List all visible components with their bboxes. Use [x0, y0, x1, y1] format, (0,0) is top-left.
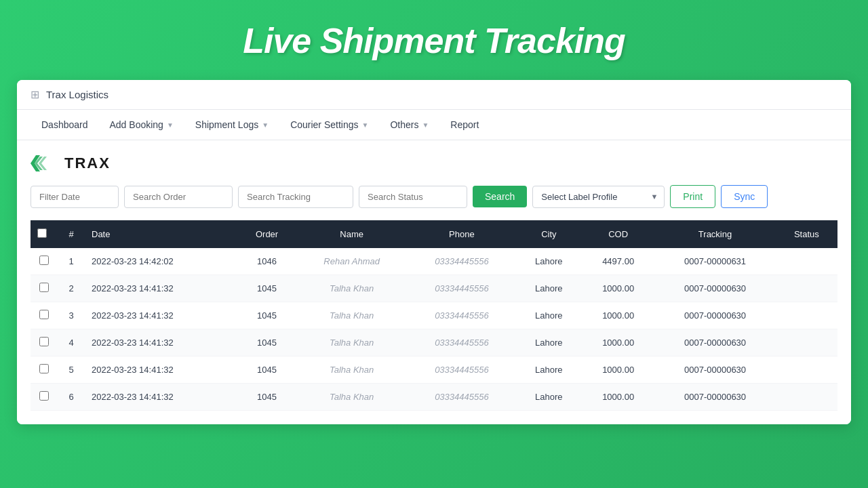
row-phone: 03334445556: [408, 248, 516, 275]
app-container: ⊞ Trax Logistics Dashboard Add Booking ▼…: [17, 80, 851, 424]
logo-name: TRAX: [64, 155, 111, 172]
table-row: 3 2022-03-23 14:41:32 1045 Talha Khan 03…: [31, 302, 837, 329]
others-dropdown-arrow: ▼: [422, 121, 429, 129]
row-checkbox-cell: [31, 275, 58, 302]
header-date: Date: [85, 220, 238, 248]
table-row: 5 2022-03-23 14:41:32 1045 Talha Khan 03…: [31, 357, 837, 384]
row-checkbox[interactable]: [39, 310, 49, 319]
row-status: [776, 384, 837, 411]
row-city: Lahore: [516, 248, 582, 275]
search-order-input[interactable]: [124, 186, 233, 208]
row-date: 2022-03-23 14:41:32: [85, 275, 238, 302]
row-phone: 03334445556: [408, 302, 516, 329]
row-phone: 03334445556: [408, 357, 516, 384]
trax-logo-icon: [31, 154, 59, 173]
row-checkbox[interactable]: [39, 283, 49, 292]
row-tracking: 0007-00000630: [654, 302, 775, 329]
row-name: Talha Khan: [296, 329, 408, 357]
grid-icon: ⊞: [31, 88, 39, 101]
nav-report[interactable]: Report: [439, 110, 490, 140]
table-row: 6 2022-03-23 14:41:32 1045 Talha Khan 03…: [31, 384, 837, 411]
row-date: 2022-03-23 14:41:32: [85, 329, 238, 357]
row-order: 1045: [238, 302, 296, 329]
print-button[interactable]: Print: [670, 185, 715, 208]
row-phone: 03334445556: [408, 329, 516, 357]
add-booking-dropdown-arrow: ▼: [167, 121, 174, 129]
filter-date-input[interactable]: [31, 186, 119, 208]
app-title: Trax Logistics: [46, 89, 108, 100]
page-hero-title: Live Shipment Tracking: [243, 0, 625, 80]
row-status: [776, 302, 837, 329]
header-phone: Phone: [408, 220, 516, 248]
row-order: 1045: [238, 275, 296, 302]
row-num: 6: [58, 384, 85, 411]
table-row: 2 2022-03-23 14:41:32 1045 Talha Khan 03…: [31, 275, 837, 302]
row-city: Lahore: [516, 384, 582, 411]
row-date: 2022-03-23 14:42:02: [85, 248, 238, 275]
row-cod: 1000.00: [582, 329, 655, 357]
row-name: Talha Khan: [296, 302, 408, 329]
sync-button[interactable]: Sync: [721, 185, 768, 208]
row-date: 2022-03-23 14:41:32: [85, 302, 238, 329]
header-tracking: Tracking: [654, 220, 775, 248]
header-name: Name: [296, 220, 408, 248]
row-num: 4: [58, 329, 85, 357]
row-status: [776, 329, 837, 357]
logo: TRAX: [31, 154, 837, 173]
row-checkbox[interactable]: [39, 391, 49, 401]
row-name: Talha Khan: [296, 275, 408, 302]
row-phone: 03334445556: [408, 275, 516, 302]
select-all-checkbox[interactable]: [37, 228, 47, 238]
row-tracking: 0007-00000630: [654, 384, 775, 411]
row-num: 3: [58, 302, 85, 329]
row-checkbox[interactable]: [39, 364, 49, 373]
header-cod: COD: [582, 220, 655, 248]
search-tracking-input[interactable]: [238, 186, 353, 208]
nav-bar: Dashboard Add Booking ▼ Shipment Logs ▼ …: [17, 110, 851, 140]
row-phone: 03334445556: [408, 384, 516, 411]
row-date: 2022-03-23 14:41:32: [85, 357, 238, 384]
row-checkbox[interactable]: [39, 256, 49, 265]
filters-row: Search Select Label Profile ▼ Print Sync: [31, 185, 837, 208]
nav-others[interactable]: Others ▼: [379, 110, 439, 140]
nav-courier-settings[interactable]: Courier Settings ▼: [279, 110, 379, 140]
row-order: 1045: [238, 357, 296, 384]
row-checkbox-cell: [31, 302, 58, 329]
table-row: 1 2022-03-23 14:42:02 1046 Rehan Ahmad 0…: [31, 248, 837, 275]
row-tracking: 0007-00000630: [654, 329, 775, 357]
search-button[interactable]: Search: [473, 186, 527, 207]
row-order: 1046: [238, 248, 296, 275]
row-cod: 1000.00: [582, 384, 655, 411]
nav-dashboard[interactable]: Dashboard: [31, 110, 99, 140]
row-cod: 4497.00: [582, 248, 655, 275]
row-name: Talha Khan: [296, 384, 408, 411]
row-checkbox-cell: [31, 248, 58, 275]
row-cod: 1000.00: [582, 275, 655, 302]
row-tracking: 0007-00000631: [654, 248, 775, 275]
row-city: Lahore: [516, 302, 582, 329]
header-status: Status: [776, 220, 837, 248]
row-checkbox[interactable]: [39, 337, 49, 346]
row-status: [776, 357, 837, 384]
row-cod: 1000.00: [582, 357, 655, 384]
row-checkbox-cell: [31, 357, 58, 384]
header-city: City: [516, 220, 582, 248]
nav-shipment-logs[interactable]: Shipment Logs ▼: [184, 110, 279, 140]
row-cod: 1000.00: [582, 302, 655, 329]
row-tracking: 0007-00000630: [654, 275, 775, 302]
nav-add-booking[interactable]: Add Booking ▼: [99, 110, 184, 140]
header-num: #: [58, 220, 85, 248]
main-content: TRAX Search Select Label Profile ▼ Print…: [17, 140, 851, 424]
row-num: 2: [58, 275, 85, 302]
table-header-row: # Date Order Name Phone City COD Trackin…: [31, 220, 837, 248]
row-status: [776, 275, 837, 302]
courier-settings-dropdown-arrow: ▼: [362, 121, 369, 129]
header-order: Order: [238, 220, 296, 248]
row-tracking: 0007-00000630: [654, 357, 775, 384]
shipment-logs-dropdown-arrow: ▼: [262, 121, 269, 129]
search-status-input[interactable]: [359, 186, 467, 208]
row-checkbox-cell: [31, 329, 58, 357]
label-profile-select[interactable]: Select Label Profile: [532, 186, 665, 208]
row-city: Lahore: [516, 329, 582, 357]
header-select-all-cell: [31, 220, 58, 248]
